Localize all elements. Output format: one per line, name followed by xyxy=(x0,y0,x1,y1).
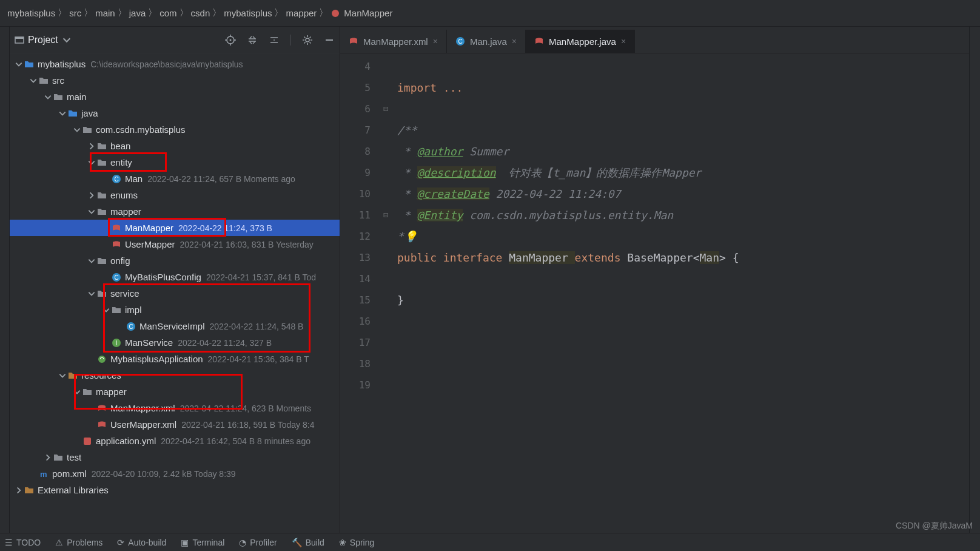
tree-item[interactable]: mybatisplusC:\ideaworkspace\basicjava\my… xyxy=(10,56,340,72)
tree-item[interactable]: IManService2022-04-22 11:24, 327 B xyxy=(10,334,340,351)
divider-icon xyxy=(290,35,291,46)
breadcrumb-item[interactable]: mybatisplus xyxy=(5,8,58,18)
code-line: public interface ManMapper extends BaseM… xyxy=(397,251,739,264)
breadcrumb-item[interactable]: csdn xyxy=(189,8,213,18)
chevron-down-icon xyxy=(62,35,72,45)
terminal-icon: ▣ xyxy=(181,538,189,547)
breadcrumb-item[interactable]: ManMapper xyxy=(328,8,395,18)
right-gutter-bar xyxy=(969,27,980,533)
breadcrumb-sep-icon: 〉 xyxy=(319,7,328,19)
tree-item[interactable]: External Libraries xyxy=(10,482,340,498)
close-icon[interactable]: × xyxy=(512,36,517,46)
svg-text:I: I xyxy=(116,340,118,346)
editor-tab[interactable]: CMan.java× xyxy=(447,30,526,53)
breadcrumb-sep-icon: 〉 xyxy=(118,7,127,19)
breadcrumb-sep-icon: 〉 xyxy=(180,7,189,19)
editor-area: ManMapper.xml×CMan.java×ManMapper.java× … xyxy=(340,27,969,533)
code-line: *💡 xyxy=(397,230,417,243)
tree-item[interactable]: enums xyxy=(10,187,340,203)
tree-item[interactable]: impl xyxy=(10,302,340,318)
svg-rect-2 xyxy=(15,37,24,39)
tree-item[interactable]: ManMapper2022-04-22 11:24, 373 B xyxy=(10,220,340,236)
left-gutter-bar xyxy=(0,27,10,533)
bottom-tool-problems[interactable]: ⚠Problems xyxy=(55,538,102,547)
profiler-icon: ◔ xyxy=(239,538,246,547)
minimize-icon[interactable] xyxy=(324,35,335,46)
spring-icon: ❀ xyxy=(339,538,346,547)
tree-item[interactable]: ManMapper.xml2022-04-22 11:24, 623 B Mom… xyxy=(10,400,340,416)
expand-all-icon[interactable] xyxy=(247,35,258,46)
tree-item[interactable]: com.csdn.mybatisplus xyxy=(10,121,340,138)
bottom-tool-terminal[interactable]: ▣Terminal xyxy=(181,538,224,547)
line-gutter: 45678910111213141516171819 xyxy=(340,53,379,533)
code-line: } xyxy=(397,294,404,306)
breadcrumb-item[interactable]: mapper xyxy=(283,8,319,18)
project-toolbar xyxy=(225,35,335,46)
auto-build-icon: ⟳ xyxy=(117,538,124,547)
tree-item[interactable]: src xyxy=(10,72,340,89)
breadcrumb-sep-icon: 〉 xyxy=(274,7,283,19)
breadcrumb-item[interactable]: com xyxy=(157,8,179,18)
tree-item[interactable]: UserMapper.xml2022-04-21 16:18, 591 B To… xyxy=(10,416,340,433)
tree-item[interactable]: CMan2022-04-22 11:24, 657 B Moments ago xyxy=(10,171,340,187)
bottom-toolbar: ☰TODO⚠Problems⟳Auto-build▣Terminal◔Profi… xyxy=(0,533,980,551)
project-tree[interactable]: mybatisplusC:\ideaworkspace\basicjava\my… xyxy=(10,53,340,533)
tree-item[interactable]: java xyxy=(10,105,340,121)
breadcrumb-item[interactable]: mybatisplus xyxy=(221,8,274,18)
problems-icon: ⚠ xyxy=(55,538,63,547)
bottom-tool-spring[interactable]: ❀Spring xyxy=(339,538,374,547)
tree-item[interactable]: mapper xyxy=(10,384,340,400)
editor-tab[interactable]: ManMapper.java× xyxy=(526,30,635,53)
tree-item[interactable]: mpom.xml2022-04-20 10:09, 2.42 kB Today … xyxy=(10,465,340,482)
svg-text:C: C xyxy=(114,274,118,281)
svg-text:m: m xyxy=(40,470,47,479)
close-icon[interactable]: × xyxy=(621,36,626,46)
code-content[interactable]: import ... /** * @author Summer * @descr… xyxy=(392,53,969,533)
tree-item[interactable]: bean xyxy=(10,138,340,154)
tree-item[interactable]: MybatisplusApplication2022-04-21 15:36, … xyxy=(10,351,340,367)
tree-item[interactable]: test xyxy=(10,449,340,465)
project-icon xyxy=(15,35,24,45)
breadcrumb-sep-icon: 〉 xyxy=(212,7,221,19)
gear-icon[interactable] xyxy=(302,35,313,46)
svg-text:C: C xyxy=(129,323,133,330)
tree-item[interactable]: CManServiceImpl2022-04-22 11:24, 548 B xyxy=(10,318,340,334)
target-icon[interactable] xyxy=(225,35,236,46)
code-line: * @description 针对表【t_man】的数据库操作Mapper xyxy=(397,166,701,179)
editor-tab[interactable]: ManMapper.xml× xyxy=(340,30,447,53)
bottom-tool-profiler[interactable]: ◔Profiler xyxy=(239,538,277,547)
tree-item[interactable]: UserMapper2022-04-21 16:03, 831 B Yester… xyxy=(10,236,340,252)
breadcrumb-item[interactable]: src xyxy=(67,8,84,18)
collapse-all-icon[interactable] xyxy=(269,35,280,46)
tree-item[interactable]: onfig xyxy=(10,252,340,269)
tree-item[interactable]: main xyxy=(10,89,340,105)
svg-text:C: C xyxy=(458,38,462,45)
breadcrumb-item[interactable]: java xyxy=(127,8,149,18)
breadcrumb-item[interactable]: main xyxy=(93,8,118,18)
close-icon[interactable]: × xyxy=(433,36,438,46)
svg-point-14 xyxy=(98,356,106,363)
editor-tabs: ManMapper.xml×CMan.java×ManMapper.java× xyxy=(340,27,969,53)
build-icon: 🔨 xyxy=(292,538,302,547)
code-line: /** xyxy=(397,124,417,137)
code-line: * @createDate 2022-04-22 11:24:07 xyxy=(397,188,620,200)
svg-rect-15 xyxy=(84,438,91,445)
project-panel: Project mybatisplusC:\ideaworkspace\basi… xyxy=(10,27,340,533)
tree-item[interactable]: service xyxy=(10,285,340,302)
bottom-tool-auto-build[interactable]: ⟳Auto-build xyxy=(117,538,166,547)
breadcrumb-sep-icon: 〉 xyxy=(58,7,67,19)
svg-point-0 xyxy=(332,10,339,17)
breadcrumb-sep-icon: 〉 xyxy=(148,7,157,19)
tree-item[interactable]: resources xyxy=(10,367,340,384)
bottom-tool-todo[interactable]: ☰TODO xyxy=(5,538,41,547)
bottom-tool-build[interactable]: 🔨Build xyxy=(292,538,324,547)
tree-item[interactable]: mapper xyxy=(10,203,340,220)
project-panel-title[interactable]: Project xyxy=(15,35,72,46)
intention-bulb-icon[interactable]: 💡 xyxy=(404,230,417,243)
tree-item[interactable]: application.yml2022-04-21 16:42, 504 B 8… xyxy=(10,433,340,449)
code-line: import ... xyxy=(397,81,463,94)
project-panel-header: Project xyxy=(10,27,340,53)
breadcrumb-bar: mybatisplus〉src〉main〉java〉com〉csdn〉mybat… xyxy=(0,0,980,27)
tree-item[interactable]: CMyBatisPlusConfig2022-04-21 15:37, 841 … xyxy=(10,269,340,285)
tree-item[interactable]: entity xyxy=(10,154,340,171)
